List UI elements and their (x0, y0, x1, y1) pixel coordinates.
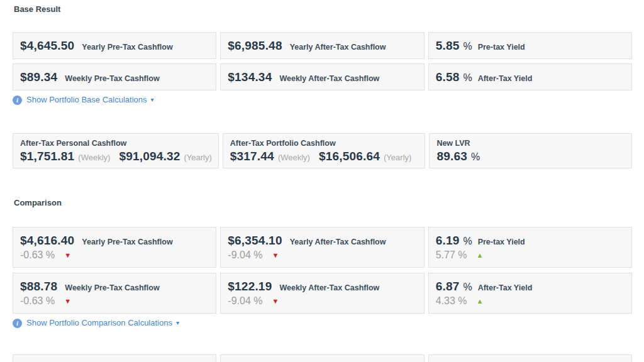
percent-sign: % (463, 236, 472, 247)
metric-value: $6,354.10 (228, 234, 282, 248)
card-comp-aftertax-yield: 6.87 % After-Tax Yield 4.33 % ▲ (428, 273, 632, 314)
card-yearly-aftertax-cashflow: $6,985.48 Yearly After-Tax Cashflow (220, 32, 424, 59)
card-comp-weekly-aftertax-cashflow: $122.19 Weekly After-Tax Cashflow -9.04 … (220, 273, 424, 314)
card-weekly-pretax-cashflow: $89.34 Weekly Pre-Tax Cashflow (13, 63, 216, 90)
card-aftertax-portfolio-cashflow: After-Tax Portfolio Cashflow $317.44 (We… (223, 133, 426, 168)
weekly-suffix: (Weekly) (278, 153, 310, 162)
card-partial (13, 354, 216, 362)
metric-value: 6.19 (436, 234, 460, 248)
card-aftertax-yield: 6.58 % After-Tax Yield (428, 63, 632, 90)
metric-value: 6.58 (436, 70, 460, 84)
card-yearly-pretax-cashflow: $4,645.50 Yearly Pre-Tax Cashflow (13, 32, 216, 59)
info-icon: i (13, 319, 22, 328)
metric-value: $4,616.40 (20, 234, 74, 248)
card-comp-yearly-aftertax-cashflow: $6,354.10 Yearly After-Tax Cashflow -9.0… (220, 227, 424, 268)
metric-label: Yearly After-Tax Cashflow (290, 43, 386, 52)
metric-label: Weekly Pre-Tax Cashflow (65, 74, 159, 83)
info-icon: i (13, 96, 22, 105)
metric-label: Weekly After-Tax Cashflow (279, 283, 379, 292)
trend-down-icon: ▼ (272, 298, 279, 305)
summary-label: New LVR (436, 139, 625, 148)
clipped-next-row-grid (13, 354, 632, 362)
percent-sign: % (463, 41, 472, 52)
change-value: -9.04 % (228, 295, 262, 307)
lvr-value: 89.63 (436, 150, 467, 163)
trend-down-icon: ▼ (64, 252, 71, 259)
caret-down-icon: ▾ (176, 318, 179, 328)
trend-up-icon: ▲ (476, 252, 483, 259)
show-base-calculations-link[interactable]: i Show Portfolio Base Calculations ▾ (13, 95, 154, 105)
card-pretax-yield: 5.85 % Pre-tax Yield (428, 32, 632, 59)
metric-label: Yearly Pre-Tax Cashflow (82, 238, 172, 246)
caret-down-icon: ▾ (151, 95, 154, 105)
metric-label: After-Tax Yield (478, 283, 533, 292)
metric-value: $89.34 (20, 70, 57, 84)
card-aftertax-personal-cashflow: After-Tax Personal Cashflow $1,751.81 (W… (13, 133, 219, 168)
trend-up-icon: ▲ (476, 298, 483, 305)
metric-value: $122.19 (228, 280, 272, 293)
card-partial (428, 354, 632, 362)
comparison-heading: Comparison (14, 168, 632, 207)
percent-sign: % (463, 282, 472, 293)
card-comp-pretax-yield: 6.19 % Pre-tax Yield 5.77 % ▲ (428, 227, 632, 268)
weekly-value: $1,751.81 (20, 150, 74, 163)
percent-sign: % (471, 151, 480, 163)
metric-label: Yearly After-Tax Cashflow (290, 238, 386, 246)
metric-label: After-Tax Yield (478, 74, 533, 83)
show-comparison-calculations-link[interactable]: i Show Portfolio Comparison Calculations… (13, 318, 179, 328)
metric-value: 6.87 (436, 280, 460, 293)
yearly-value: $91,094.32 (119, 150, 180, 163)
change-value: 5.77 % (436, 250, 467, 261)
metric-value: $134.34 (228, 70, 272, 84)
metric-value: $88.78 (20, 280, 57, 293)
trend-down-icon: ▼ (272, 252, 279, 259)
show-base-calculations-label: Show Portfolio Base Calculations (26, 95, 147, 105)
card-comp-yearly-pretax-cashflow: $4,616.40 Yearly Pre-Tax Cashflow -0.63 … (13, 227, 216, 268)
weekly-value: $317.44 (230, 150, 274, 163)
card-new-lvr: New LVR 89.63 % (429, 133, 632, 168)
metric-label: Pre-tax Yield (478, 238, 525, 246)
cashflow-results-page: Base Result $4,645.50 Yearly Pre-Tax Cas… (0, 0, 632, 362)
weekly-suffix: (Weekly) (78, 153, 110, 162)
comparison-grid: $4,616.40 Yearly Pre-Tax Cashflow -0.63 … (13, 227, 632, 314)
aftertax-summary-grid: After-Tax Personal Cashflow $1,751.81 (W… (13, 133, 632, 168)
card-partial (220, 354, 424, 362)
yearly-suffix: (Yearly) (384, 153, 411, 162)
show-comparison-calculations-label: Show Portfolio Comparison Calculations (26, 318, 172, 328)
card-weekly-aftertax-cashflow: $134.34 Weekly After-Tax Cashflow (220, 63, 424, 90)
change-value: -9.04 % (228, 250, 262, 261)
metric-label: Yearly Pre-Tax Cashflow (82, 43, 172, 52)
summary-label: After-Tax Personal Cashflow (20, 139, 212, 148)
yearly-value: $16,506.64 (319, 150, 380, 163)
metric-label: Weekly Pre-Tax Cashflow (65, 283, 159, 292)
change-value: -0.63 % (20, 295, 55, 307)
summary-label: After-Tax Portfolio Cashflow (230, 139, 419, 148)
metric-label: Pre-tax Yield (478, 43, 525, 52)
change-value: 4.33 % (436, 295, 467, 307)
change-value: -0.63 % (20, 250, 55, 261)
yearly-suffix: (Yearly) (184, 153, 211, 162)
card-comp-weekly-pretax-cashflow: $88.78 Weekly Pre-Tax Cashflow -0.63 % ▼ (13, 273, 216, 314)
trend-down-icon: ▼ (64, 298, 71, 305)
metric-value: 5.85 (436, 39, 460, 53)
metric-label: Weekly After-Tax Cashflow (279, 74, 379, 83)
base-result-heading: Base Result (14, 0, 632, 14)
percent-sign: % (463, 72, 472, 84)
metric-value: $4,645.50 (20, 39, 74, 53)
base-results-grid: $4,645.50 Yearly Pre-Tax Cashflow $6,985… (13, 32, 632, 90)
metric-value: $6,985.48 (228, 39, 282, 53)
